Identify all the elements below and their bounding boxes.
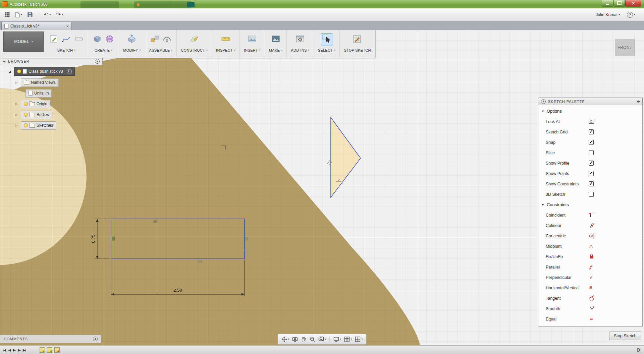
palette-dock-icon[interactable] [541,99,546,104]
sketch-slot-icon[interactable] [74,34,84,45]
browser-node[interactable]: Origin [21,100,50,108]
timeline-sketch-feature-active[interactable] [54,347,60,353]
expand-arrow-icon[interactable]: ▷ [13,113,19,116]
caret-down-icon[interactable]: ▾ [206,49,208,52]
constraint-equal[interactable]: Equal [538,314,642,324]
caret-down-icon[interactable]: ▾ [140,49,141,52]
ribbon-group-label[interactable]: INSPECT [216,48,233,52]
palette-option-sketch-grid[interactable]: Sketch Grid [538,127,642,137]
viewports-button[interactable]: ▾ [354,336,364,343]
browser-node[interactable]: Named Views [21,78,59,87]
constraint-smooth[interactable]: Smooth [538,303,642,314]
timeline-sketch-feature[interactable] [40,347,45,353]
collapse-browser-icon[interactable]: ◀ [3,60,5,63]
construct-plane-icon[interactable] [189,34,199,45]
browser-item-origin[interactable]: ▷Origin [0,100,111,108]
horizvert-constraint-icon[interactable] [589,285,595,291]
create-sketch-icon[interactable] [49,34,59,45]
orbit-pan-button[interactable]: ▾ [280,336,290,343]
caret-down-icon[interactable]: ▾ [171,49,172,52]
close-button[interactable]: × [625,0,641,7]
ribbon-group-label[interactable]: ASSEMBLE [149,48,170,52]
caret-down-icon[interactable]: ▾ [111,49,112,52]
triangle-sketch-profile[interactable] [331,117,361,197]
timeline-settings-gear-icon[interactable] [636,347,641,353]
browser-item-named-views[interactable]: ▷Named Views [0,79,111,86]
make-icon[interactable] [271,34,281,45]
palette-option-slice[interactable]: Slice [538,148,642,158]
show-constraints-checkbox[interactable] [589,181,594,186]
visibility-bulb-icon[interactable] [24,113,28,117]
palette-option-show-constraints[interactable]: Show Constraints [538,179,642,189]
ribbon-group-label[interactable]: CREATE [95,48,110,52]
palette-option-3d-sketch[interactable]: 3D Sketch [538,189,642,199]
caret-down-icon[interactable]: ▾ [259,49,261,52]
palette-option-show-points[interactable]: Show Points [538,168,642,179]
browser-item-bodies[interactable]: ▷Bodies [0,111,111,118]
browser-root-node[interactable]: Class push stick v3 [14,67,75,76]
constraint-coincident[interactable]: Coincident [538,210,642,220]
save-button[interactable] [26,11,34,18]
constraint-perpendicular[interactable]: Perpendicular [538,272,642,283]
expand-arrow-icon[interactable]: ▷ [13,124,19,127]
workspace-switcher[interactable]: MODEL ▾ [3,32,44,52]
maximize-button[interactable] [613,0,625,7]
palette-option-show-profile[interactable]: Show Profile [538,158,642,168]
browser-item-sketches[interactable]: ▷Sketches [0,122,111,129]
fix-constraint-icon[interactable] [589,254,595,260]
extrude-icon[interactable] [92,34,102,45]
joint-icon[interactable] [150,34,160,45]
constraint-fix-unfix[interactable]: Fix/UnFix [538,251,642,262]
ribbon-group-label[interactable]: ADD-INS [291,48,307,52]
document-tab[interactable]: Class p...ick v3* × [1,22,72,30]
snap-checkbox[interactable] [589,140,594,145]
close-tab-icon[interactable]: × [66,24,69,28]
caret-down-icon[interactable]: ▾ [281,49,282,52]
visibility-bulb-icon[interactable] [24,123,28,127]
stop-sketch-button[interactable]: Stop Sketch [609,332,641,340]
constraints-section-header[interactable]: ▼ Constraints [538,199,642,210]
colinear-constraint-icon[interactable] [589,223,595,229]
3d-sketch-checkbox[interactable] [589,192,594,197]
sketch-grid-checkbox[interactable] [589,129,594,134]
caret-down-icon[interactable]: ▾ [308,49,310,52]
file-menu-button[interactable]: ▾ [14,11,23,18]
display-settings-button[interactable]: ▾ [332,336,342,343]
help-menu[interactable]: ?▾ [626,11,637,19]
timeline-sketch-feature[interactable] [47,347,52,353]
comments-bar[interactable]: COMMENTS [0,335,101,343]
motion-icon[interactable] [162,34,172,45]
tangent-constraint-icon[interactable] [589,295,595,301]
constraint-horizontal-vertical[interactable]: Horizontal/Vertical [538,283,642,293]
show-profile-checkbox[interactable] [589,161,594,166]
caret-down-icon[interactable]: ▾ [74,49,75,52]
palette-option-look-at[interactable]: Look At [538,116,642,127]
caret-down-icon[interactable]: ▾ [234,49,235,52]
expand-arrow-icon[interactable]: ▷ [13,102,19,106]
addins-gear-icon[interactable] [295,34,305,45]
visibility-bulb-icon[interactable] [17,69,21,73]
palette-option-snap[interactable]: Snap [538,137,642,148]
perpendicular-constraint-icon[interactable] [589,275,595,281]
ribbon-group-label[interactable]: STOP SKETCH [344,48,371,52]
constraint-parallel[interactable]: Parallel [538,262,642,272]
stop-sketch-icon[interactable] [352,34,362,45]
insert-image-icon[interactable] [247,34,257,45]
caret-down-icon[interactable]: ▾ [334,49,335,52]
timeline-skip-end-button[interactable]: ▶| [23,348,26,352]
minimize-button[interactable] [602,0,613,7]
constraint-tangent[interactable]: Tangent [538,293,642,303]
pan-hand-button[interactable] [300,336,308,343]
visibility-bulb-icon[interactable] [24,102,28,106]
constraint-midpoint[interactable]: Midpoint [538,241,642,251]
viewcube-front-face[interactable]: FRONT [615,39,635,56]
user-account-menu[interactable]: Julie Kumar▾ [594,11,622,18]
create-form-icon[interactable] [105,34,115,45]
ribbon-group-label[interactable]: MAKE [269,48,280,52]
look-at-button[interactable] [291,336,299,343]
browser-item-units-in[interactable]: Units: in [0,90,111,97]
press-pull-icon[interactable] [127,34,137,45]
undo-button[interactable]: ↶▾ [42,11,52,18]
timeline-step-back-button[interactable]: ◀ [8,348,10,352]
zoom-window-button[interactable]: ▾ [317,336,327,343]
